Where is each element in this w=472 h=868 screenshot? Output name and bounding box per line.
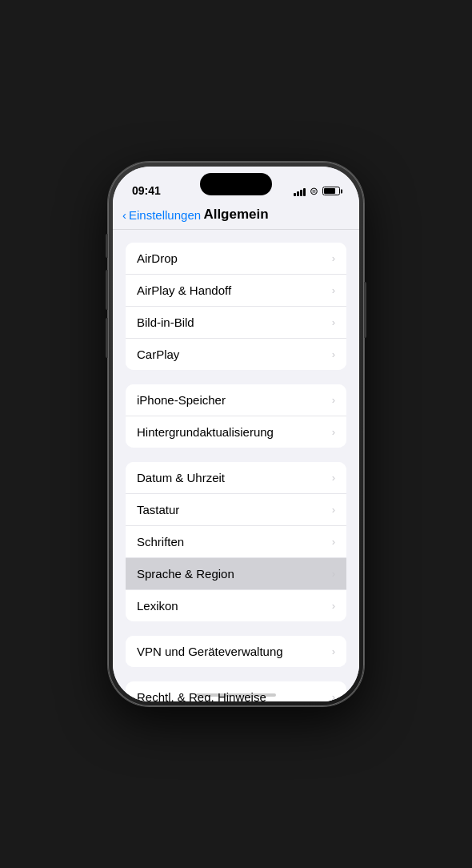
- setting-label-schriften: Schriften: [137, 535, 184, 549]
- group-section-4: VPN und Geräteverwaltung›: [126, 636, 346, 667]
- chevron-right-icon: ›: [332, 504, 335, 516]
- chevron-right-icon: ›: [332, 536, 335, 548]
- setting-label-tastatur: Tastatur: [137, 503, 179, 516]
- chevron-right-icon: ›: [332, 426, 335, 438]
- setting-label-airdrop: AirDrop: [137, 251, 178, 265]
- chevron-right-icon: ›: [332, 645, 335, 657]
- chevron-right-icon: ›: [332, 472, 335, 484]
- back-button[interactable]: ‹ Einstellungen: [122, 208, 201, 222]
- chevron-right-icon: ›: [332, 394, 335, 406]
- group-section-1: AirDrop›AirPlay & Handoff›Bild-in-Bild›C…: [126, 243, 346, 370]
- setting-item-hintergrundaktualisierung[interactable]: Hintergrundaktualisierung›: [126, 416, 346, 448]
- setting-item-carplay[interactable]: CarPlay›: [126, 339, 346, 370]
- setting-label-sprache-region: Sprache & Region: [137, 567, 234, 581]
- wifi-icon: ⊜: [310, 185, 318, 197]
- signal-icon: [294, 187, 306, 196]
- group-section-3: Datum & Uhrzeit›Tastatur›Schriften›Sprac…: [126, 462, 346, 621]
- group-section-5: Rechtl. & Reg. Hinweise›: [126, 681, 346, 701]
- volume-down-button: [106, 318, 108, 358]
- setting-label-hintergrundaktualisierung: Hintergrundaktualisierung: [137, 425, 274, 439]
- chevron-right-icon: ›: [332, 252, 335, 264]
- page-title: Allgemein: [203, 207, 268, 223]
- setting-item-vpn-geraeteverwaltung[interactable]: VPN und Geräteverwaltung›: [126, 636, 346, 667]
- navigation-bar: ‹ Einstellungen Allgemein: [113, 202, 359, 230]
- back-label: Einstellungen: [129, 208, 201, 222]
- setting-item-sprache-region[interactable]: Sprache & Region›: [126, 558, 346, 590]
- setting-label-lexikon: Lexikon: [137, 599, 178, 613]
- chevron-right-icon: ›: [332, 348, 335, 360]
- battery-icon: [322, 187, 340, 195]
- volume-up-button: [106, 270, 108, 310]
- phone-screen: 09:41 ⊜ ‹ Ei: [113, 167, 359, 701]
- section-section-2: iPhone-Speicher›Hintergrundaktualisierun…: [113, 384, 359, 448]
- chevron-right-icon: ›: [332, 600, 335, 612]
- setting-item-datum-uhrzeit[interactable]: Datum & Uhrzeit›: [126, 462, 346, 494]
- chevron-right-icon: ›: [332, 316, 335, 328]
- power-button: [364, 282, 366, 338]
- setting-item-lexikon[interactable]: Lexikon›: [126, 590, 346, 621]
- section-section-3: Datum & Uhrzeit›Tastatur›Schriften›Sprac…: [113, 462, 359, 621]
- mute-button: [106, 234, 108, 258]
- setting-label-airplay-handoff: AirPlay & Handoff: [137, 283, 231, 297]
- setting-label-vpn-geraeteverwaltung: VPN und Geräteverwaltung: [137, 645, 283, 658]
- group-section-2: iPhone-Speicher›Hintergrundaktualisierun…: [126, 384, 346, 448]
- setting-label-bild-in-bild: Bild-in-Bild: [137, 315, 194, 329]
- content-area: AirDrop›AirPlay & Handoff›Bild-in-Bild›C…: [113, 230, 359, 701]
- battery-fill: [324, 188, 335, 194]
- settings-list: AirDrop›AirPlay & Handoff›Bild-in-Bild›C…: [113, 230, 359, 701]
- setting-label-datum-uhrzeit: Datum & Uhrzeit: [137, 471, 225, 484]
- chevron-right-icon: ›: [332, 691, 335, 701]
- setting-item-airplay-handoff[interactable]: AirPlay & Handoff›: [126, 275, 346, 307]
- chevron-right-icon: ›: [332, 284, 335, 296]
- setting-label-iphone-speicher: iPhone-Speicher: [137, 393, 226, 407]
- status-bar: 09:41 ⊜: [113, 167, 359, 202]
- section-section-1: AirDrop›AirPlay & Handoff›Bild-in-Bild›C…: [113, 243, 359, 370]
- phone-frame: 09:41 ⊜ ‹ Ei: [108, 162, 364, 706]
- dynamic-island: [200, 173, 272, 195]
- setting-item-rechtl-hinweise[interactable]: Rechtl. & Reg. Hinweise›: [126, 681, 346, 701]
- setting-label-carplay: CarPlay: [137, 348, 179, 361]
- home-indicator: [196, 693, 276, 697]
- setting-item-schriften[interactable]: Schriften›: [126, 526, 346, 558]
- chevron-back-icon: ‹: [122, 208, 126, 222]
- section-section-4: VPN und Geräteverwaltung›: [113, 636, 359, 667]
- setting-item-tastatur[interactable]: Tastatur›: [126, 494, 346, 526]
- status-icons: ⊜: [294, 185, 340, 197]
- setting-item-bild-in-bild[interactable]: Bild-in-Bild›: [126, 307, 346, 339]
- section-section-5: Rechtl. & Reg. Hinweise›: [113, 681, 359, 701]
- setting-item-airdrop[interactable]: AirDrop›: [126, 243, 346, 275]
- setting-item-iphone-speicher[interactable]: iPhone-Speicher›: [126, 384, 346, 416]
- status-time: 09:41: [132, 184, 161, 197]
- chevron-right-icon: ›: [332, 568, 335, 580]
